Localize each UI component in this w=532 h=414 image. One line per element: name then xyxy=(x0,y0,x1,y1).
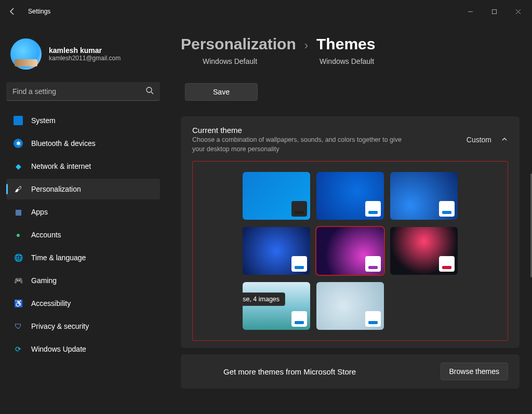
monitor-icon xyxy=(14,116,23,125)
store-label: Get more themes from Microsoft Store xyxy=(223,367,356,376)
theme-chip xyxy=(291,311,307,327)
chevron-up-icon xyxy=(501,136,508,144)
nav-update[interactable]: ⟳Windows Update xyxy=(6,339,160,359)
theme-bloom-dark[interactable] xyxy=(243,227,310,275)
nav-system[interactable]: System xyxy=(6,110,160,131)
theme-sunrise[interactable]: Sunrise, 4 images xyxy=(243,282,310,330)
breadcrumb-parent[interactable]: Personalization xyxy=(181,35,296,53)
breadcrumb: Personalization › Themes xyxy=(181,35,520,53)
theme-flow[interactable] xyxy=(316,282,384,330)
theme-bloom-blue[interactable] xyxy=(390,172,458,220)
maximize-button[interactable] xyxy=(482,3,506,20)
apps-icon: ▦ xyxy=(14,207,23,217)
svg-line-5 xyxy=(151,92,153,94)
chevron-right-icon: › xyxy=(304,39,308,52)
theme-chip xyxy=(439,256,455,272)
title-bar: Settings xyxy=(0,0,532,23)
globe-icon: 🌐 xyxy=(14,253,23,262)
nav-accounts[interactable]: ●Accounts xyxy=(6,224,160,245)
wifi-icon: ◆ xyxy=(14,162,23,171)
nav-network[interactable]: ◆Network & internet xyxy=(6,156,160,177)
partial-top-row: Windows Default Windows Default xyxy=(181,57,520,81)
window-title: Settings xyxy=(28,8,50,15)
theme-win-dark[interactable] xyxy=(316,172,384,220)
theme-captured[interactable] xyxy=(390,227,458,275)
panel-header[interactable]: Current theme Choose a combination of wa… xyxy=(192,126,508,154)
panel-value: Custom xyxy=(467,136,491,144)
nav-accessibility[interactable]: ♿Accessibility xyxy=(6,293,160,314)
theme-chip xyxy=(291,256,307,272)
theme-chip xyxy=(365,201,381,217)
browse-themes-button[interactable]: Browse themes xyxy=(441,363,508,380)
person-icon: ● xyxy=(14,230,23,239)
user-profile[interactable]: kamlesh kumar kamlesh2011@gmail.com xyxy=(6,38,160,82)
avatar xyxy=(10,38,42,70)
brush-icon: 🖌 xyxy=(14,184,23,194)
theme-chip xyxy=(291,201,307,217)
arrow-left-icon xyxy=(8,7,17,16)
save-button[interactable]: Save xyxy=(185,83,258,101)
close-button[interactable] xyxy=(506,3,530,20)
search-icon xyxy=(145,86,154,97)
theme-glow[interactable] xyxy=(316,227,384,275)
nav-apps[interactable]: ▦Apps xyxy=(6,202,160,222)
user-name: kamlesh kumar xyxy=(49,46,121,55)
theme-gallery: Sunrise, 4 images xyxy=(221,172,480,330)
theme-chip xyxy=(365,256,381,272)
nav-privacy[interactable]: 🛡Privacy & security xyxy=(6,316,160,337)
theme-chip xyxy=(365,311,381,327)
theme-win-light[interactable] xyxy=(243,172,310,220)
user-email: kamlesh2011@gmail.com xyxy=(49,55,121,62)
theme-gallery-highlight: Sunrise, 4 images xyxy=(192,161,508,341)
gamepad-icon: 🎮 xyxy=(14,276,23,285)
shield-icon: 🛡 xyxy=(14,322,23,331)
current-theme-panel: Current theme Choose a combination of wa… xyxy=(181,116,520,348)
minimize-button[interactable] xyxy=(458,3,482,20)
bluetooth-icon: ✱ xyxy=(14,139,23,148)
label-windows-default-2: Windows Default xyxy=(320,57,374,81)
store-row: Get more themes from Microsoft Store Bro… xyxy=(181,354,520,389)
search-input[interactable] xyxy=(6,82,160,101)
back-button[interactable] xyxy=(2,1,23,22)
main-content: Personalization › Themes Windows Default… xyxy=(166,23,532,414)
label-windows-default-1: Windows Default xyxy=(203,57,257,81)
nav-personalization[interactable]: 🖌Personalization xyxy=(6,179,160,199)
tooltip: Sunrise, 4 images xyxy=(243,292,285,306)
panel-subtitle: Choose a combination of wallpapers, soun… xyxy=(192,136,416,154)
panel-title: Current theme xyxy=(192,126,416,135)
nav-gaming[interactable]: 🎮Gaming xyxy=(6,270,160,291)
svg-rect-1 xyxy=(492,9,496,14)
nav-bluetooth[interactable]: ✱Bluetooth & devices xyxy=(6,133,160,154)
update-icon: ⟳ xyxy=(14,344,23,354)
nav-time[interactable]: 🌐Time & language xyxy=(6,247,160,268)
accessibility-icon: ♿ xyxy=(14,299,23,308)
theme-chip xyxy=(439,201,455,217)
breadcrumb-current: Themes xyxy=(316,35,375,53)
search-box[interactable] xyxy=(6,82,160,101)
sidebar: kamlesh kumar kamlesh2011@gmail.com Syst… xyxy=(0,23,166,414)
svg-point-4 xyxy=(147,87,152,92)
nav-list: System ✱Bluetooth & devices ◆Network & i… xyxy=(6,110,160,359)
